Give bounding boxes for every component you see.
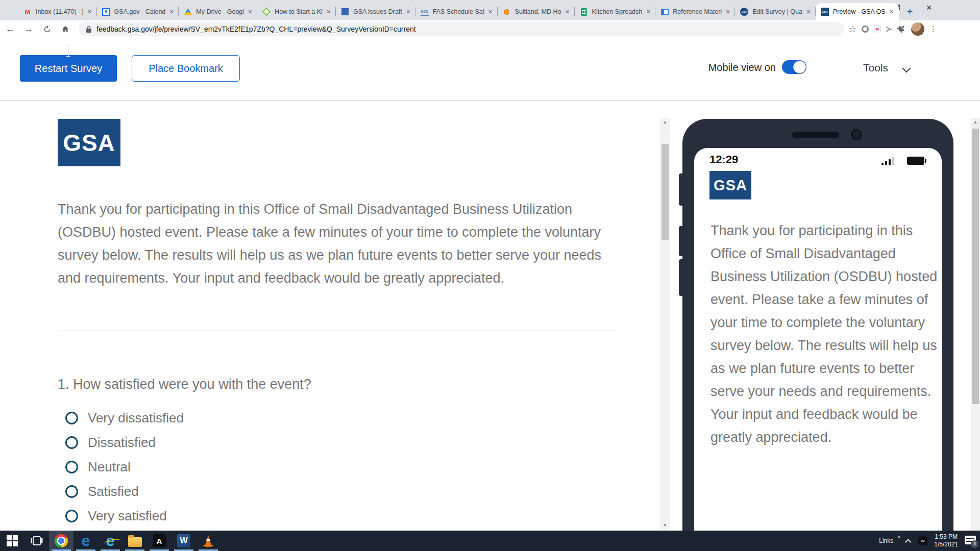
blue-document-icon xyxy=(341,8,349,16)
option-very-satisfied[interactable]: Very satisfied xyxy=(65,509,184,522)
tab-my-drive[interactable]: My Drive - Googl ✕ xyxy=(179,3,257,20)
tab-title: Suitland, MD Ho xyxy=(515,8,561,15)
tab-title: Reference Materi xyxy=(673,8,722,15)
option-satisfied[interactable]: Satisfied xyxy=(65,485,184,498)
radio-icon[interactable] xyxy=(65,436,78,449)
radio-icon[interactable] xyxy=(65,510,78,522)
taskbar-internet-explorer[interactable]: e xyxy=(98,531,122,551)
tab-gsa-issues[interactable]: GSA Issues Draft ✕ xyxy=(336,3,415,20)
scroll-up-icon[interactable]: ▲ xyxy=(971,118,980,127)
file-explorer-icon xyxy=(128,537,142,547)
creative-cloud-icon[interactable]: ∞ xyxy=(918,536,927,545)
gsa-logo: GSA xyxy=(58,119,120,166)
tab-close-icon[interactable]: ✕ xyxy=(724,9,732,15)
chrome-menu-icon[interactable]: ⋮ xyxy=(929,24,937,34)
tab-close-icon[interactable]: ✕ xyxy=(644,9,652,15)
tab-title: GSA Issues Draft xyxy=(353,8,402,15)
profile-avatar[interactable] xyxy=(911,22,924,36)
taskbar-file-explorer[interactable] xyxy=(122,531,147,551)
tab-reference-materials[interactable]: Reference Materi ✕ xyxy=(655,3,735,20)
extension-share-icon[interactable]: ≻ xyxy=(886,24,892,34)
mobile-phone-mockup: 12:29 GSA Thank you for participating in… xyxy=(682,119,953,531)
taskbar-clock[interactable]: 1:53 PM 1/5/2021 xyxy=(934,533,958,548)
phone-side-button xyxy=(679,226,683,256)
adobe-acrobat-icon: A xyxy=(153,534,166,547)
option-very-dissatisfied[interactable]: Very dissatisfied xyxy=(65,411,184,424)
taskbar-vlc[interactable] xyxy=(196,531,220,551)
gmail-icon: M xyxy=(23,8,32,16)
scroll-down-icon[interactable]: ▼ xyxy=(660,521,670,530)
radio-icon[interactable] xyxy=(65,485,78,498)
d2d-icon: D2D xyxy=(421,8,429,16)
google-calendar-icon: 5 xyxy=(102,8,110,16)
links-toolbar[interactable]: Links » xyxy=(879,537,900,544)
tab-close-icon[interactable]: ✕ xyxy=(804,9,813,15)
notification-center-button[interactable]: 3 xyxy=(965,535,977,546)
tab-how-to-start[interactable]: How to Start a Ki ✕ xyxy=(257,3,336,20)
tab-gmail-inbox[interactable]: M Inbox (11,470) - j ✕ xyxy=(18,3,97,20)
tab-close-icon[interactable]: ✕ xyxy=(404,9,412,15)
phone-status-time: 12:29 xyxy=(709,153,738,166)
mobile-view-label: Mobile view on xyxy=(708,62,776,73)
restart-survey-button[interactable]: Restart Survey xyxy=(20,55,117,82)
lock-icon xyxy=(86,26,92,33)
option-label: Dissatisfied xyxy=(88,435,156,450)
signal-strength-icon xyxy=(881,157,897,165)
bookmark-star-icon[interactable]: ☆ xyxy=(848,23,856,35)
radio-icon[interactable] xyxy=(65,461,78,473)
option-dissatisfied[interactable]: Dissatisfied xyxy=(65,436,184,449)
tab-kitchen-spreadsheet[interactable]: Kitchen Spreadsh ✕ xyxy=(575,3,656,20)
task-view-icon xyxy=(31,535,43,546)
extension-gmail-doc-icon[interactable]: M xyxy=(874,25,880,33)
task-view-button[interactable] xyxy=(24,531,49,551)
tab-fas-schedule[interactable]: D2D FAS Schedule Sal ✕ xyxy=(415,3,498,20)
links-expand-icon[interactable]: » xyxy=(897,534,900,540)
place-bookmark-button[interactable]: Place Bookmark xyxy=(132,55,240,82)
chevron-down-icon[interactable] xyxy=(902,64,911,73)
extension-circle-icon[interactable] xyxy=(862,26,869,33)
preview-scrollbar[interactable]: ▲ ▼ xyxy=(660,118,670,530)
tab-title: How to Start a Ki xyxy=(275,8,323,15)
reload-icon[interactable] xyxy=(39,22,55,36)
tab-close-icon[interactable]: ✕ xyxy=(564,9,572,15)
scrollbar-thumb[interactable] xyxy=(662,144,669,240)
taskbar-word[interactable]: W xyxy=(172,531,196,551)
extensions-puzzle-icon[interactable] xyxy=(897,25,906,34)
scroll-up-icon[interactable]: ▲ xyxy=(660,118,670,127)
divider xyxy=(710,489,933,489)
page-scrollbar[interactable]: ▲ xyxy=(971,118,980,531)
address-bar[interactable]: feedback.gsa.gov/jfe/preview/SV_em2vTkE2… xyxy=(79,22,844,36)
taskbar-acrobat[interactable]: A xyxy=(147,531,172,551)
tab-close-icon[interactable]: ✕ xyxy=(325,9,333,15)
close-window-button[interactable]: ✕ xyxy=(913,0,945,15)
show-hidden-icons-chevron[interactable] xyxy=(905,539,912,545)
tab-suitland-weather[interactable]: Suitland, MD Ho ✕ xyxy=(498,3,575,20)
vlc-icon xyxy=(202,534,215,547)
radio-icon[interactable] xyxy=(65,412,78,424)
phone-side-button xyxy=(679,259,683,296)
forward-icon[interactable]: → xyxy=(20,22,37,36)
tools-menu[interactable]: Tools xyxy=(863,62,888,74)
back-icon[interactable]: ← xyxy=(2,22,18,36)
scrollbar-thumb[interactable] xyxy=(972,129,979,404)
edge-icon: e xyxy=(82,534,90,547)
survey-question: 1. How satisfied were you with the event… xyxy=(58,377,311,392)
toggle-knob xyxy=(793,61,806,73)
option-neutral[interactable]: Neutral xyxy=(65,460,184,473)
tab-edit-survey[interactable]: GSA Edit Survey | Qua ✕ xyxy=(735,3,816,20)
tab-close-icon[interactable]: ✕ xyxy=(246,9,254,15)
gsa-square-icon: GSA xyxy=(821,8,829,16)
tab-close-icon[interactable]: ✕ xyxy=(167,9,176,15)
home-icon[interactable] xyxy=(57,22,74,36)
tab-close-icon[interactable]: ✕ xyxy=(486,9,495,15)
text-cursor xyxy=(65,44,71,58)
tab-gsa-calendar[interactable]: 5 GSA.gov - Calend ✕ xyxy=(97,3,179,20)
taskbar-chrome[interactable] xyxy=(49,531,74,551)
tab-preview-gsa-active[interactable]: GSA Preview - GSA OS ✕ xyxy=(816,3,899,20)
mobile-view-toggle[interactable] xyxy=(782,60,806,74)
tab-close-icon[interactable]: ✕ xyxy=(86,9,94,15)
taskbar-edge[interactable]: e xyxy=(74,531,98,551)
start-button[interactable] xyxy=(0,531,24,551)
tab-close-icon[interactable]: ✕ xyxy=(888,9,896,15)
browser-toolbar: ← → feedback.gsa.gov/jfe/preview/SV_em2v… xyxy=(0,20,980,38)
